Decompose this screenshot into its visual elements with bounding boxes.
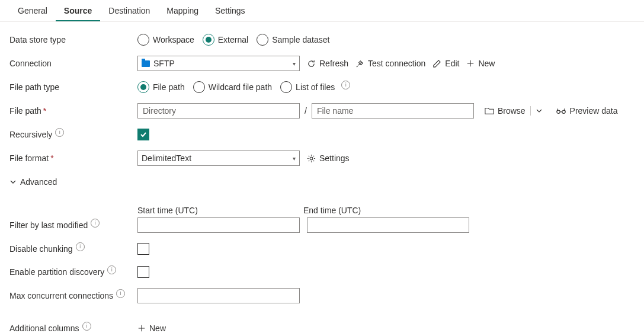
label-enable-partition-text: Enable partition discovery xyxy=(9,267,104,277)
connection-value: SFTP xyxy=(153,59,175,68)
advanced-toggle[interactable]: Advanced xyxy=(9,177,57,187)
source-panel: Data store type Workspace External Sampl… xyxy=(0,22,644,333)
connection-select[interactable]: SFTP ▾ xyxy=(137,56,300,71)
max-concurrent-input[interactable] xyxy=(142,290,296,301)
tab-destination[interactable]: Destination xyxy=(100,0,158,21)
info-icon[interactable]: i xyxy=(116,289,125,298)
label-filter-text: Filter by last modified xyxy=(9,220,88,230)
plus-icon xyxy=(466,59,475,68)
required-asterisk: * xyxy=(50,153,53,163)
label-data-store-type: Data store type xyxy=(9,35,137,44)
label-max-concurrent: Max concurrent connections i xyxy=(9,291,137,300)
add-column-label: New xyxy=(149,324,166,333)
label-recursively: Recursively i xyxy=(9,130,137,139)
radio-workspace-label: Workspace xyxy=(153,35,194,44)
gear-icon xyxy=(307,154,316,163)
label-max-concurrent-text: Max concurrent connections xyxy=(9,291,113,300)
advanced-label: Advanced xyxy=(20,177,57,187)
recursively-checkbox[interactable] xyxy=(137,129,149,140)
plus-icon xyxy=(137,324,146,332)
file-format-value: DelimitedText xyxy=(142,153,191,163)
browse-label: Browse xyxy=(498,106,526,116)
chevron-down-icon xyxy=(9,178,17,185)
radio-circle-icon xyxy=(280,81,292,93)
folder-outline-icon xyxy=(485,107,494,115)
directory-input[interactable] xyxy=(142,105,296,116)
end-time-input[interactable] xyxy=(311,220,465,230)
filename-input-wrapper xyxy=(312,103,474,119)
radio-list-files-label: List of files xyxy=(296,82,335,92)
radio-circle-icon xyxy=(203,34,214,46)
separator xyxy=(530,106,531,116)
tab-general[interactable]: General xyxy=(9,0,56,21)
radio-wildcard-label: Wildcard file path xyxy=(209,82,272,92)
radio-file-path-label: File path xyxy=(153,82,185,92)
folder-icon xyxy=(142,60,150,67)
label-recursively-text: Recursively xyxy=(9,130,52,139)
directory-input-wrapper xyxy=(137,103,300,119)
label-disable-chunking: Disable chunking i xyxy=(9,244,137,254)
data-store-type-radio-group: Workspace External Sample dataset xyxy=(137,34,329,46)
radio-sample-label: Sample dataset xyxy=(272,35,329,44)
info-icon[interactable]: i xyxy=(107,265,116,274)
start-time-input[interactable] xyxy=(142,220,296,230)
refresh-button[interactable]: Refresh xyxy=(307,59,348,68)
file-format-settings-button[interactable]: Settings xyxy=(307,153,350,163)
label-filter-by-last-modified: Filter by last modified i xyxy=(9,220,137,230)
radio-circle-icon xyxy=(193,81,205,93)
info-icon[interactable]: i xyxy=(91,219,100,228)
label-file-path-text: File path xyxy=(9,106,41,116)
new-connection-label: New xyxy=(478,59,495,68)
refresh-label: Refresh xyxy=(319,59,348,68)
radio-file-path[interactable]: File path xyxy=(137,81,185,93)
info-icon[interactable]: i xyxy=(82,322,91,331)
plug-icon xyxy=(355,59,364,68)
radio-sample-dataset[interactable]: Sample dataset xyxy=(257,34,329,46)
start-time-input-wrapper xyxy=(137,217,300,233)
enable-partition-checkbox[interactable] xyxy=(137,266,149,278)
refresh-icon xyxy=(307,59,316,68)
radio-list-files[interactable]: List of files i xyxy=(280,81,350,93)
label-connection: Connection xyxy=(9,59,137,68)
path-separator: / xyxy=(305,106,307,116)
label-file-format: File format* xyxy=(9,153,137,163)
tab-source[interactable]: Source xyxy=(56,0,100,21)
preview-data-button[interactable]: Preview data xyxy=(556,106,618,116)
radio-external-label: External xyxy=(218,35,248,44)
radio-circle-icon xyxy=(137,81,149,93)
test-connection-label: Test connection xyxy=(368,59,425,68)
radio-external[interactable]: External xyxy=(203,34,248,46)
label-enable-partition: Enable partition discovery i xyxy=(9,267,137,277)
filename-input[interactable] xyxy=(316,105,470,116)
label-file-path: File path* xyxy=(9,106,137,116)
radio-wildcard[interactable]: Wildcard file path xyxy=(193,81,272,93)
info-icon[interactable]: i xyxy=(55,128,64,137)
radio-workspace[interactable]: Workspace xyxy=(137,34,194,46)
new-connection-button[interactable]: New xyxy=(466,59,495,68)
pencil-icon xyxy=(432,59,441,68)
radio-circle-icon xyxy=(257,34,268,46)
end-time-heading: End time (UTC) xyxy=(303,206,469,215)
svg-point-2 xyxy=(310,157,313,160)
edit-button[interactable]: Edit xyxy=(432,59,459,68)
info-icon[interactable]: i xyxy=(76,242,85,251)
add-column-button[interactable]: New xyxy=(137,324,166,333)
end-time-input-wrapper xyxy=(307,217,469,233)
browse-button[interactable]: Browse xyxy=(485,106,526,116)
edit-label: Edit xyxy=(445,59,459,68)
chevron-down-icon xyxy=(536,107,543,114)
browse-dropdown[interactable] xyxy=(536,107,543,114)
disable-chunking-checkbox[interactable] xyxy=(137,243,149,255)
glasses-icon xyxy=(556,107,566,114)
tab-settings[interactable]: Settings xyxy=(207,0,254,21)
label-file-path-type: File path type xyxy=(9,82,137,92)
preview-data-label: Preview data xyxy=(570,106,618,116)
tab-mapping[interactable]: Mapping xyxy=(158,0,207,21)
label-disable-chunking-text: Disable chunking xyxy=(9,244,73,254)
test-connection-button[interactable]: Test connection xyxy=(355,59,425,68)
info-icon[interactable]: i xyxy=(341,81,350,89)
chevron-down-icon: ▾ xyxy=(293,60,296,67)
max-concurrent-input-wrapper xyxy=(137,288,300,303)
file-format-select[interactable]: DelimitedText ▾ xyxy=(137,151,300,166)
start-time-heading: Start time (UTC) xyxy=(137,206,303,215)
